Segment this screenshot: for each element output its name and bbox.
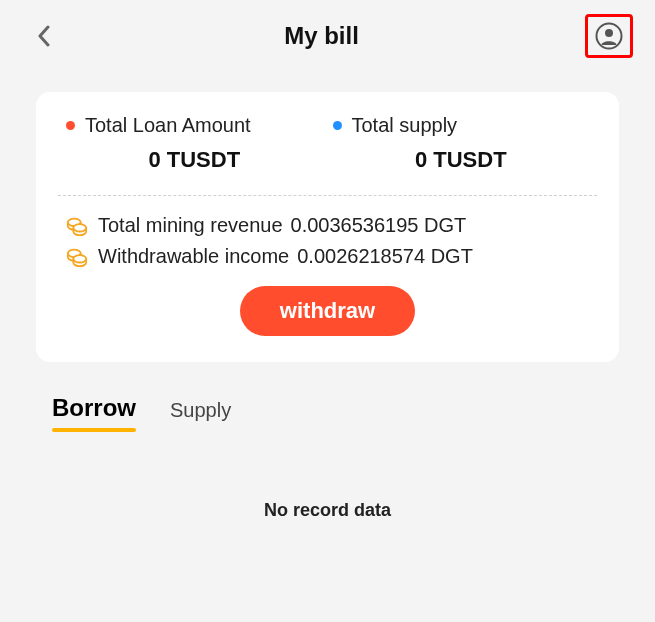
profile-highlight-box: [585, 14, 633, 58]
mining-revenue-label: Total mining revenue: [98, 214, 283, 237]
stat-loan-label-row: Total Loan Amount: [66, 114, 323, 137]
empty-state: No record data: [0, 500, 655, 521]
withdraw-button[interactable]: withdraw: [240, 286, 415, 336]
stat-loan-value: 0 TUSDT: [66, 147, 323, 173]
dot-blue-icon: [333, 121, 342, 130]
chevron-left-icon: [37, 25, 51, 47]
stat-loan: Total Loan Amount 0 TUSDT: [66, 114, 323, 173]
page-title: My bill: [58, 22, 585, 50]
svg-point-5: [73, 255, 86, 262]
revenue-block: Total mining revenue 0.0036536195 DGT Wi…: [58, 214, 597, 268]
back-button[interactable]: [30, 22, 58, 50]
dot-red-icon: [66, 121, 75, 130]
withdrawable-income-row: Withdrawable income 0.0026218574 DGT: [66, 245, 589, 268]
dashed-divider: [58, 195, 597, 196]
stat-loan-label: Total Loan Amount: [85, 114, 251, 137]
stat-supply-label: Total supply: [352, 114, 458, 137]
withdrawable-income-value: 0.0026218574 DGT: [297, 245, 473, 268]
summary-card: Total Loan Amount 0 TUSDT Total supply 0…: [36, 92, 619, 362]
tab-borrow[interactable]: Borrow: [52, 394, 136, 430]
stat-supply-value: 0 TUSDT: [333, 147, 590, 173]
stat-supply: Total supply 0 TUSDT: [333, 114, 590, 173]
user-icon: [595, 22, 623, 50]
tabs: Borrow Supply: [52, 394, 655, 430]
tab-supply[interactable]: Supply: [170, 399, 231, 430]
svg-point-3: [73, 224, 86, 231]
profile-button[interactable]: [594, 21, 624, 51]
mining-revenue-value: 0.0036536195 DGT: [291, 214, 467, 237]
stat-supply-label-row: Total supply: [333, 114, 590, 137]
coins-icon: [66, 215, 88, 237]
mining-revenue-row: Total mining revenue 0.0036536195 DGT: [66, 214, 589, 237]
stats-row: Total Loan Amount 0 TUSDT Total supply 0…: [58, 114, 597, 173]
svg-point-1: [605, 29, 613, 37]
coins-icon: [66, 246, 88, 268]
withdrawable-income-label: Withdrawable income: [98, 245, 289, 268]
header: My bill: [0, 0, 655, 72]
